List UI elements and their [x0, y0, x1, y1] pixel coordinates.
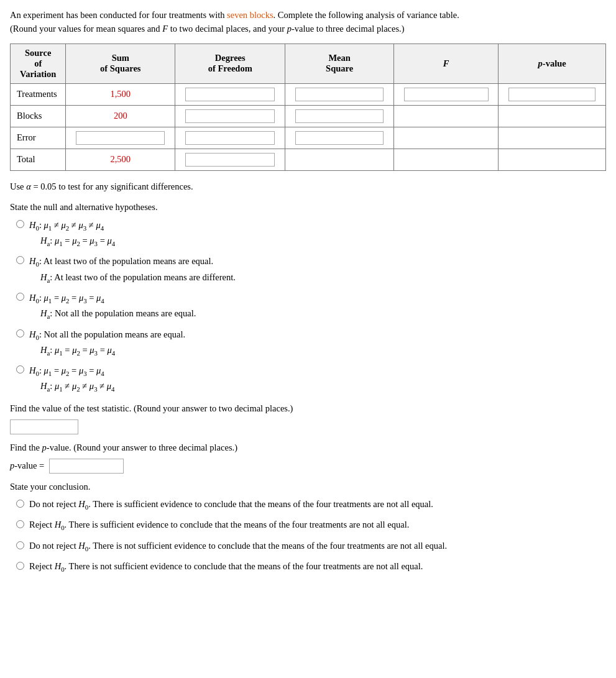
- row-pval-blocks: [499, 105, 606, 127]
- hypothesis-label: State the null and alternative hypothese…: [10, 200, 606, 214]
- conclusion-option-2: Reject H0. There is sufficient evidence …: [16, 518, 606, 533]
- row-source-treatments: Treatments: [11, 83, 66, 105]
- row-ss-blocks: 200: [66, 105, 175, 127]
- conclusion-radio-4[interactable]: [16, 562, 24, 570]
- hypothesis-radio-2[interactable]: [16, 256, 24, 264]
- input-pval-treatments[interactable]: [508, 88, 595, 101]
- conclusion-text-3: Do not reject H0. There is not sufficien…: [29, 539, 447, 554]
- hypothesis-2-ha: Ha: At least two of the population means…: [40, 270, 236, 286]
- conclusion-radio-2[interactable]: [16, 520, 24, 528]
- conclusion-text-2: Reject H0. There is sufficient evidence …: [29, 518, 409, 533]
- anova-table: Sourceof Variation Sumof Squares Degrees…: [10, 44, 606, 171]
- conclusion-radio-3[interactable]: [16, 541, 24, 549]
- conclusion-option-4: Reject H0. There is not sufficient evide…: [16, 560, 606, 574]
- row-pval-treatments[interactable]: [499, 83, 606, 105]
- hypothesis-radio-5[interactable]: [16, 365, 24, 373]
- conclusion-radio-1[interactable]: [16, 500, 24, 508]
- hypothesis-radio-4[interactable]: [16, 329, 24, 337]
- col-header-ss: Sumof Squares: [66, 44, 175, 83]
- hypothesis-option-2: H0: At least two of the population means…: [16, 254, 606, 286]
- conclusion-label: State your conclusion.: [10, 480, 606, 494]
- test-stat-label: Find the value of the test statistic. (R…: [10, 401, 606, 416]
- conclusion-section: State your conclusion. Do not reject H0.…: [10, 480, 606, 574]
- row-df-total[interactable]: [175, 149, 285, 170]
- col-header-f: F: [394, 44, 499, 83]
- hypothesis-1-h0: H0: μ1 ≠ μ2 ≠ μ3 ≠ μ4: [29, 218, 115, 234]
- input-f-treatments[interactable]: [404, 88, 489, 101]
- row-ss-total: 2,500: [66, 149, 175, 170]
- input-ms-treatments[interactable]: [295, 88, 384, 101]
- row-pval-error: [499, 127, 606, 149]
- alpha-text: Use α = 0.05 to test for any significant…: [10, 181, 193, 191]
- conclusion-options: Do not reject H0. There is sufficient ev…: [16, 498, 606, 574]
- table-row: Error: [11, 127, 606, 149]
- row-ss-error[interactable]: [66, 127, 175, 149]
- row-ms-total: [285, 149, 394, 170]
- row-f-error: [394, 127, 499, 149]
- conclusion-option-1: Do not reject H0. There is sufficient ev…: [16, 498, 606, 512]
- row-df-error[interactable]: [175, 127, 285, 149]
- input-df-total[interactable]: [185, 153, 275, 167]
- col-header-ms: MeanSquare: [285, 44, 394, 83]
- pvalue-row: p-value =: [10, 459, 606, 474]
- hypothesis-option-1: H0: μ1 ≠ μ2 ≠ μ3 ≠ μ4 Ha: μ1 = μ2 = μ3 =…: [16, 218, 606, 250]
- conclusion-option-3: Do not reject H0. There is not sufficien…: [16, 539, 606, 554]
- pvalue-find-section: Find the p-value. (Round your answer to …: [10, 441, 606, 474]
- intro-line2: (Round your values for mean squares and …: [10, 24, 405, 34]
- row-df-treatments[interactable]: [175, 83, 285, 105]
- row-df-blocks[interactable]: [175, 105, 285, 127]
- intro-line1b: . Complete the following analysis of var…: [274, 10, 459, 20]
- input-df-blocks[interactable]: [185, 109, 275, 123]
- row-f-total: [394, 149, 499, 170]
- row-ms-treatments[interactable]: [285, 83, 394, 105]
- intro-highlight: seven blocks: [227, 10, 274, 20]
- row-f-treatments[interactable]: [394, 83, 499, 105]
- input-df-error[interactable]: [185, 131, 275, 145]
- hypothesis-option-4: H0: Not all the population means are equ…: [16, 328, 606, 359]
- hypothesis-section: State the null and alternative hypothese…: [10, 200, 606, 395]
- hypothesis-3-ha: Ha: Not all the population means are equ…: [40, 306, 196, 322]
- pvalue-prefix: p-value =: [10, 459, 44, 473]
- table-row: Blocks 200: [11, 105, 606, 127]
- conclusion-text-4: Reject H0. There is not sufficient evide…: [29, 560, 423, 574]
- intro-paragraph: An experiment has been conducted for fou…: [10, 9, 606, 36]
- col-header-pval: p-value: [499, 44, 606, 83]
- row-source-error: Error: [11, 127, 66, 149]
- alpha-section: Use α = 0.05 to test for any significant…: [10, 180, 606, 194]
- hypothesis-2-h0: H0: At least two of the population means…: [29, 254, 236, 270]
- hypothesis-3-h0: H0: μ1 = μ2 = μ3 = μ4: [29, 291, 196, 306]
- row-f-blocks: [394, 105, 499, 127]
- hypothesis-radio-3[interactable]: [16, 293, 24, 301]
- input-ms-blocks[interactable]: [295, 109, 384, 123]
- row-source-blocks: Blocks: [11, 105, 66, 127]
- hypothesis-options: H0: μ1 ≠ μ2 ≠ μ3 ≠ μ4 Ha: μ1 = μ2 = μ3 =…: [16, 218, 606, 395]
- pvalue-find-label: Find the p-value. (Round your answer to …: [10, 441, 606, 455]
- hypothesis-option-5: H0: μ1 = μ2 = μ3 = μ4 Ha: μ1 ≠ μ2 ≠ μ3 ≠…: [16, 364, 606, 395]
- hypothesis-4-ha: Ha: μ1 = μ2 = μ3 = μ4: [40, 343, 185, 359]
- intro-line1: An experiment has been conducted for fou…: [10, 10, 227, 20]
- input-df-treatments[interactable]: [185, 88, 275, 101]
- row-source-total: Total: [11, 149, 66, 170]
- pvalue-input[interactable]: [49, 459, 124, 474]
- test-stat-input[interactable]: [10, 419, 78, 434]
- conclusion-text-1: Do not reject H0. There is sufficient ev…: [29, 498, 433, 512]
- row-ms-blocks[interactable]: [285, 105, 394, 127]
- input-ss-error[interactable]: [76, 131, 165, 145]
- hypothesis-option-3: H0: μ1 = μ2 = μ3 = μ4 Ha: Not all the po…: [16, 291, 606, 323]
- table-row: Total 2,500: [11, 149, 606, 170]
- row-pval-total: [499, 149, 606, 170]
- test-stat-section: Find the value of the test statistic. (R…: [10, 401, 606, 434]
- row-ss-treatments: 1,500: [66, 83, 175, 105]
- hypothesis-4-h0: H0: Not all the population means are equ…: [29, 328, 185, 343]
- table-row: Treatments 1,500: [11, 83, 606, 105]
- hypothesis-radio-1[interactable]: [16, 220, 24, 228]
- row-ms-error[interactable]: [285, 127, 394, 149]
- hypothesis-5-h0: H0: μ1 = μ2 = μ3 = μ4: [29, 364, 115, 379]
- hypothesis-1-ha: Ha: μ1 = μ2 = μ3 = μ4: [40, 234, 115, 249]
- input-ms-error[interactable]: [295, 131, 384, 145]
- col-header-source: Sourceof Variation: [11, 44, 66, 83]
- hypothesis-5-ha: Ha: μ1 ≠ μ2 ≠ μ3 ≠ μ4: [40, 379, 115, 395]
- col-header-df: Degreesof Freedom: [175, 44, 285, 83]
